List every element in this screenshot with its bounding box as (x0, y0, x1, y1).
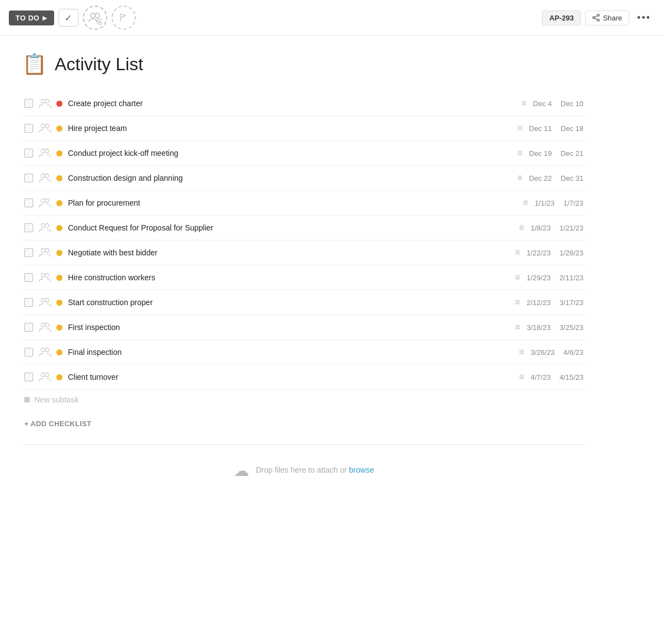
task-name: Hire project team (68, 124, 511, 133)
task-name: Construction design and planning (68, 174, 511, 182)
svg-point-24 (45, 274, 49, 278)
task-checkbox[interactable] (24, 198, 33, 207)
task-checkbox[interactable] (24, 124, 33, 133)
task-checkbox[interactable] (24, 99, 33, 108)
separator-icon: ≡ (523, 198, 528, 208)
separator-icon: ≡ (515, 322, 520, 332)
ap-badge-button[interactable]: AP-293 (542, 11, 581, 25)
task-date-start: 1/29/23 (527, 274, 550, 282)
new-subtask-icon (24, 397, 30, 402)
share-icon (592, 14, 600, 22)
task-date-end: 4/6/23 (564, 348, 583, 357)
task-checkbox[interactable] (24, 348, 33, 357)
toolbar: TO DO ▶ ✓ + AP-293 Share ••• (0, 0, 663, 36)
svg-point-16 (45, 174, 49, 178)
checkmark-icon: ✓ (65, 13, 72, 23)
task-checkbox[interactable] (24, 174, 33, 182)
separator-icon: ≡ (519, 347, 524, 357)
task-name: Final inspection (68, 348, 512, 357)
status-dot (56, 349, 62, 355)
task-item: Negotiate with best bidder ≡ 1/22/23 1/2… (22, 240, 586, 265)
page-title: Activity List (55, 54, 143, 75)
task-date-start: Dec 11 (529, 124, 552, 133)
task-item: Client turnover ≡ 4/7/23 4/15/23 (22, 365, 586, 390)
task-avatar (38, 221, 52, 235)
task-date-start: 1/8/23 (530, 224, 550, 232)
task-name: Conduct Request for Proposal for Supplie… (68, 223, 512, 232)
browse-link[interactable]: browse (349, 465, 374, 474)
svg-point-17 (41, 199, 45, 203)
add-checklist-label: + ADD CHECKLIST (24, 420, 91, 428)
task-avatar (38, 295, 52, 310)
task-date-start: Dec 22 (529, 174, 552, 182)
share-button[interactable]: Share (585, 11, 629, 25)
task-date-end: 4/15/23 (560, 373, 583, 381)
task-checkbox[interactable] (24, 373, 33, 381)
task-avatar (38, 370, 52, 384)
task-date-start: Dec 19 (529, 149, 552, 158)
svg-point-4 (598, 14, 600, 17)
task-date-end: Dec 18 (561, 124, 583, 133)
svg-point-23 (41, 274, 45, 278)
svg-point-20 (45, 224, 49, 228)
todo-button[interactable]: TO DO ▶ (9, 11, 54, 25)
task-date-start: 1/22/23 (527, 249, 550, 257)
svg-point-15 (41, 174, 45, 178)
separator-icon: ≡ (519, 372, 524, 382)
page-title-row: 📋 Activity List (22, 53, 586, 76)
svg-line-8 (595, 18, 598, 20)
separator-icon: ≡ (515, 273, 520, 282)
svg-point-6 (593, 17, 595, 19)
separator-icon: ≡ (515, 297, 520, 307)
task-date-end: 1/28/23 (560, 249, 583, 257)
new-subtask-row[interactable]: New subtask (22, 390, 586, 410)
status-dot (56, 200, 62, 206)
task-item: Construction design and planning ≡ Dec 2… (22, 166, 586, 191)
status-dot (56, 250, 62, 256)
flag-button[interactable] (112, 6, 136, 30)
svg-point-21 (41, 249, 45, 253)
svg-point-26 (45, 299, 49, 302)
svg-line-7 (595, 15, 598, 17)
svg-point-22 (45, 249, 49, 253)
svg-point-0 (91, 13, 95, 18)
task-name: Conduct project kick-off meeting (68, 149, 511, 158)
task-date-start: 1/1/23 (535, 199, 555, 207)
drop-text: Drop files here to attach or (256, 465, 349, 474)
task-date-end: 3/25/23 (560, 323, 583, 332)
task-name: Create project charter (68, 99, 514, 108)
task-checkbox[interactable] (24, 273, 33, 282)
cloud-upload-icon: ☁ (234, 462, 249, 479)
task-list: Create project charter ≡ Dec 4 Dec 10 Hi… (22, 91, 586, 390)
new-subtask-label: New subtask (34, 395, 78, 404)
task-avatar (38, 196, 52, 210)
task-checkbox[interactable] (24, 248, 33, 257)
svg-point-27 (41, 323, 45, 327)
task-avatar (38, 96, 52, 111)
task-checkbox[interactable] (24, 323, 33, 332)
task-checkbox[interactable] (24, 223, 33, 232)
task-avatar (38, 146, 52, 160)
task-date-start: 3/26/23 (530, 348, 554, 357)
check-button[interactable]: ✓ (59, 9, 78, 27)
task-item: Conduct project kick-off meeting ≡ Dec 1… (22, 141, 586, 166)
task-date-end: Dec 10 (561, 100, 583, 108)
more-options-button[interactable]: ••• (634, 10, 654, 26)
task-item: Hire project team ≡ Dec 11 Dec 18 (22, 116, 586, 141)
task-checkbox[interactable] (24, 298, 33, 307)
task-date-end: 1/7/23 (564, 199, 583, 207)
svg-point-29 (41, 348, 45, 352)
status-dot (56, 225, 62, 231)
task-avatar (38, 270, 52, 285)
task-checkbox[interactable] (24, 149, 33, 158)
svg-point-18 (45, 199, 49, 203)
svg-text:+: + (98, 19, 101, 25)
add-checklist-button[interactable]: + ADD CHECKLIST (22, 410, 586, 433)
separator-icon: ≡ (521, 98, 526, 108)
svg-point-9 (41, 100, 45, 103)
task-date-end: Dec 31 (561, 174, 583, 182)
add-user-button[interactable]: + (83, 6, 107, 30)
task-item: Conduct Request for Proposal for Supplie… (22, 216, 586, 240)
task-item: Plan for procurement ≡ 1/1/23 1/7/23 (22, 191, 586, 216)
task-item: Hire construction workers ≡ 1/29/23 2/11… (22, 265, 586, 290)
